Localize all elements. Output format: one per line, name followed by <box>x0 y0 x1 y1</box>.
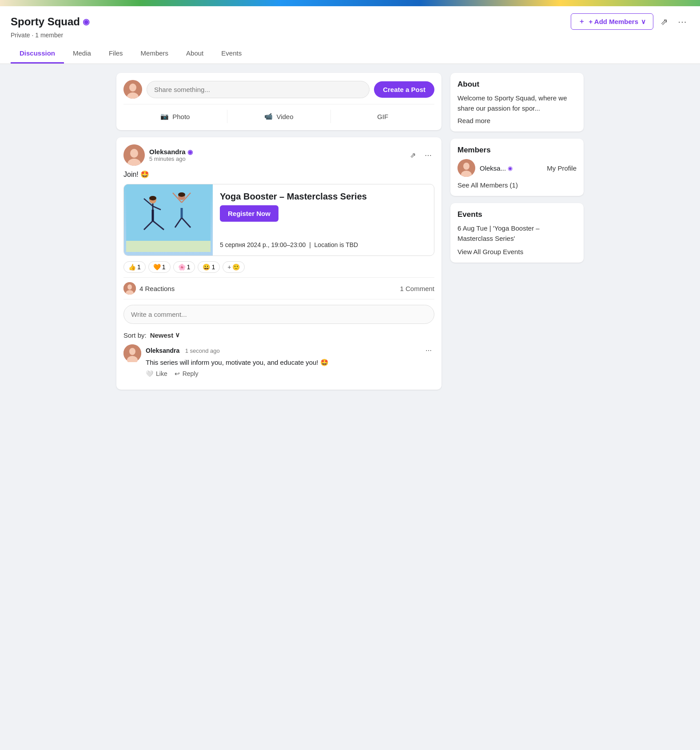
gif-button[interactable]: GIF <box>331 110 434 123</box>
thumbs-up-emoji: 👍 <box>128 263 136 271</box>
post-input[interactable] <box>147 81 370 98</box>
sort-chevron-icon: ∨ <box>175 331 180 339</box>
sidebar-column: About Welcome to Sporty Squad, where we … <box>450 73 584 390</box>
post-text: Join! 🤩 <box>123 170 434 179</box>
reaction-heart[interactable]: 🧡 1 <box>148 261 171 273</box>
reaction-flower[interactable]: 🌸 1 <box>173 261 195 273</box>
see-all-members-link[interactable]: See All Members (1) <box>457 181 577 189</box>
tab-files[interactable]: Files <box>100 44 132 64</box>
smile-emoji: 😀 <box>203 263 210 271</box>
member-name: Oleksa... ◉ <box>480 164 513 172</box>
post-author-avatar <box>123 144 145 166</box>
photo-label: Photo <box>172 113 190 120</box>
read-more-link[interactable]: Read more <box>457 117 577 124</box>
svg-point-17 <box>178 192 185 197</box>
event-top: Yoga Booster – Masterclass Series Regist… <box>220 191 427 227</box>
camera-icon: 📷 <box>160 112 169 120</box>
member-row: Oleksa... ◉ My Profile <box>457 159 577 177</box>
comment-more-button[interactable]: ⋯ <box>423 344 434 357</box>
add-members-button[interactable]: ＋ + Add Members ∨ <box>571 13 653 30</box>
register-button[interactable]: Register Now <box>220 205 278 222</box>
my-profile-link[interactable]: My Profile <box>547 164 577 172</box>
svg-point-28 <box>129 348 135 355</box>
more-options-button[interactable]: ⋯ <box>675 14 689 30</box>
add-members-label: + Add Members <box>588 18 638 25</box>
member-verified-icon: ◉ <box>508 165 513 172</box>
post-input-row: Create a Post <box>123 80 434 99</box>
events-title: Events <box>457 210 577 219</box>
sort-row: Sort by: Newest ∨ <box>123 331 434 339</box>
group-title-row: Sporty Squad ◉ ＋ + Add Members ∨ ⇗ ⋯ <box>11 13 689 30</box>
comment-actions: 🤍 Like ↩ Reply <box>146 370 434 377</box>
like-label: Like <box>156 370 167 377</box>
event-datetime: 5 серпня 2024 р., 19:00–23:00 <box>220 241 306 248</box>
header-banner <box>0 0 700 6</box>
reaction-smile[interactable]: 😀 1 <box>198 261 220 273</box>
sort-select[interactable]: Newest ∨ <box>150 331 180 339</box>
member-name-text: Oleksa... <box>480 164 506 172</box>
flower-emoji: 🌸 <box>178 263 186 271</box>
reaction-thumbs-up[interactable]: 👍 1 <box>123 261 146 273</box>
smile-count: 1 <box>211 263 215 271</box>
about-card: About Welcome to Sporty Squad, where we … <box>450 73 584 132</box>
post-action-row: 📷 Photo 📹 Video GIF <box>123 104 434 123</box>
group-name-text: Sporty Squad <box>11 16 80 28</box>
reactions-count: 4 Reactions <box>139 285 175 292</box>
share-button[interactable]: ⇗ <box>658 14 671 30</box>
comment-author-info: Oleksandra 1 second ago <box>146 347 220 355</box>
post-time: 5 minutes ago <box>149 156 193 162</box>
tab-discussion[interactable]: Discussion <box>11 44 64 64</box>
comment-header: Oleksandra 1 second ago ⋯ <box>146 344 434 357</box>
nav-tabs: Discussion Media Files Members About Eve… <box>11 44 689 64</box>
plus-icon: ＋ <box>578 17 585 26</box>
event-image <box>124 184 213 255</box>
reply-icon: ↩ <box>175 370 180 377</box>
sort-value: Newest <box>150 331 174 339</box>
privacy-badge: Private · 1 member <box>11 32 689 39</box>
author-name-text: Oleksandra <box>149 148 186 156</box>
post-author-name: Oleksandra ◉ <box>149 148 193 156</box>
reply-button[interactable]: ↩ Reply <box>175 370 199 377</box>
heart-icon: 🤍 <box>146 370 153 377</box>
add-reaction-button[interactable]: + 🙂 <box>223 261 245 273</box>
feed-column: Create a Post 📷 Photo 📹 Video GIF <box>116 73 441 390</box>
video-label: Video <box>276 113 293 120</box>
event-card: Yoga Booster – Masterclass Series Regist… <box>123 184 434 256</box>
members-card: Members Oleksa... ◉ My Profile See All M… <box>450 139 584 196</box>
reactions-left: 4 Reactions <box>123 282 175 295</box>
comment-content: Oleksandra 1 second ago ⋯ This series wi… <box>146 344 434 377</box>
post-share-button[interactable]: ⇗ <box>407 148 418 162</box>
comment-author-avatar <box>123 344 141 362</box>
create-post-button[interactable]: Create a Post <box>374 81 434 98</box>
svg-point-25 <box>127 284 132 290</box>
view-all-events-link[interactable]: View All Group Events <box>457 248 577 255</box>
group-header: Sporty Squad ◉ ＋ + Add Members ∨ ⇗ ⋯ Pri… <box>0 6 700 64</box>
about-description: Welcome to Sporty Squad, where we share … <box>457 93 577 113</box>
tab-members[interactable]: Members <box>132 44 178 64</box>
chevron-down-icon: ∨ <box>641 18 646 26</box>
reactions-row: 👍 1 🧡 1 🌸 1 😀 1 + 🙂 <box>123 261 434 273</box>
tab-about[interactable]: About <box>177 44 212 64</box>
post-author-details: Oleksandra ◉ 5 minutes ago <box>149 148 193 162</box>
like-button[interactable]: 🤍 Like <box>146 370 167 377</box>
sort-label: Sort by: <box>123 331 147 339</box>
post-author-row: Oleksandra ◉ 5 minutes ago ⇗ ⋯ <box>123 144 434 166</box>
photo-button[interactable]: 📷 Photo <box>123 110 227 123</box>
reactions-summary: 4 Reactions 1 Comment <box>123 277 434 299</box>
post-more-button[interactable]: ⋯ <box>422 148 434 162</box>
tab-media[interactable]: Media <box>64 44 100 64</box>
comment-input[interactable] <box>123 305 434 324</box>
svg-point-1 <box>129 84 136 92</box>
video-button[interactable]: 📹 Video <box>227 110 331 123</box>
heart-count: 1 <box>162 263 166 271</box>
post-author-info: Oleksandra ◉ 5 minutes ago <box>123 144 193 166</box>
comment-text: This series will inform you, motivate yo… <box>146 359 434 367</box>
flower-count: 1 <box>187 263 191 271</box>
tab-events[interactable]: Events <box>212 44 251 64</box>
heart-emoji: 🧡 <box>153 263 161 271</box>
member-avatar <box>457 159 475 177</box>
comment-author-name: Oleksandra <box>146 347 179 354</box>
members-title: Members <box>457 146 577 155</box>
reply-label: Reply <box>183 370 199 377</box>
about-title: About <box>457 80 577 89</box>
